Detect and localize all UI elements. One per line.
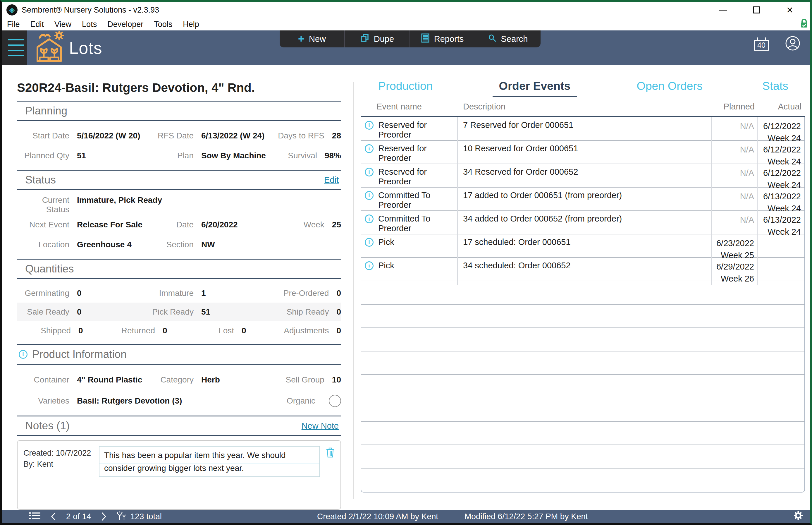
new-button[interactable]: + New <box>280 30 345 47</box>
organic-checkbox[interactable] <box>329 395 341 407</box>
field-category: Category Herb <box>147 375 279 385</box>
table-row-empty[interactable] <box>361 305 805 328</box>
week-calendar-icon[interactable]: 40 <box>754 38 769 51</box>
tab-order-events[interactable]: Order Events <box>493 79 577 97</box>
note-meta: Created: 10/7/2022 By: Kent <box>24 446 93 470</box>
event-description: 17 scheduled: Order 000651 <box>458 235 712 261</box>
tab-production[interactable]: Production <box>378 79 433 92</box>
total-count: 123 total <box>131 512 162 521</box>
table-row[interactable]: iReserved for Preorder10 Reserved for Or… <box>361 141 805 164</box>
menu-item-tools[interactable]: Tools <box>154 20 172 29</box>
menu-item-file[interactable]: File <box>7 20 20 29</box>
planned-cell: 6/29/2022Week 26 <box>712 258 757 285</box>
new-note-link[interactable]: New Note <box>302 421 341 431</box>
info-icon[interactable]: i <box>365 144 373 153</box>
menu-item-help[interactable]: Help <box>183 20 199 29</box>
field-sell-group: Sell Group 10 <box>279 375 341 385</box>
table-row-empty[interactable] <box>361 375 805 398</box>
settings-gear-icon[interactable] <box>793 511 803 523</box>
edit-status-link[interactable]: Edit <box>324 175 341 185</box>
table-row-empty[interactable] <box>361 468 805 492</box>
info-icon[interactable]: i <box>365 121 373 130</box>
menu-item-view[interactable]: View <box>55 20 71 29</box>
info-icon[interactable]: i <box>365 238 373 247</box>
info-icon[interactable]: i <box>365 261 373 270</box>
field-location: Location Greenhouse 4 <box>17 240 147 249</box>
event-name: Pick <box>378 237 394 247</box>
previous-record-icon[interactable] <box>51 512 56 521</box>
secure-lock-icon <box>800 19 808 30</box>
search-icon <box>488 34 496 44</box>
event-description: 34 Reserved for Order 000652 <box>458 164 712 191</box>
lot-title: S20R24-Basil: Rutgers Devotion, 4" Rnd. <box>17 81 341 95</box>
table-row-empty[interactable] <box>361 328 805 351</box>
info-icon[interactable]: i <box>19 350 28 359</box>
divider <box>17 435 341 436</box>
menu-item-developer[interactable]: Developer <box>107 20 143 29</box>
table-row-empty[interactable] <box>361 281 805 305</box>
search-button[interactable]: Search <box>475 30 540 47</box>
minimize-button[interactable] <box>717 4 729 16</box>
maximize-button[interactable] <box>751 4 762 16</box>
table-row[interactable]: iCommitted To Preorder34 added to Order … <box>361 211 805 235</box>
lot-detail-panel: S20R24-Basil: Rutgers Devotion, 4" Rnd. … <box>17 65 341 510</box>
field-pre-ordered: Pre-Ordered 0 <box>233 288 341 298</box>
planned-cell: N/A <box>712 211 757 238</box>
tab-stats[interactable]: Stats <box>762 79 788 92</box>
record-list-icon[interactable] <box>29 511 41 522</box>
table-row-empty[interactable] <box>361 398 805 422</box>
table-row[interactable]: iPick17 scheduled: Order 0006516/23/2022… <box>361 235 805 258</box>
app-logo-icon: ◈ <box>6 4 18 15</box>
planned-cell: 6/23/2022Week 25 <box>712 235 757 261</box>
user-account-icon[interactable] <box>785 36 800 52</box>
status-section-header: Status Edit <box>17 170 341 189</box>
actual-cell: 6/13/2022Week 24 <box>757 211 805 238</box>
info-icon[interactable]: i <box>365 214 373 223</box>
greenhouse-icon <box>34 31 64 65</box>
table-row[interactable]: iPick34 scheduled: Order 0006526/29/2022… <box>361 258 805 281</box>
next-record-icon[interactable] <box>101 512 106 521</box>
event-description: 34 scheduled: Order 000652 <box>458 258 712 285</box>
info-icon[interactable]: i <box>365 191 373 200</box>
plus-icon: + <box>298 34 304 44</box>
event-description: 7 Reserved for Order 000651 <box>458 117 712 144</box>
close-button[interactable]: × <box>784 4 796 16</box>
tab-open-orders[interactable]: Open Orders <box>637 79 703 92</box>
events-table-body: iReserved for Preorder7 Reserved for Ord… <box>361 117 805 493</box>
dupe-button[interactable]: Dupe <box>345 30 410 47</box>
table-row[interactable]: iCommitted To Preorder17 added to Order … <box>361 188 805 211</box>
reports-button[interactable]: Reports <box>410 30 475 47</box>
actual-cell: 6/12/2022Week 24 <box>757 117 805 144</box>
main-toolbar: + New Dupe Reports <box>280 30 540 47</box>
detail-tabs: Production Order Events Open Orders Stat… <box>361 79 788 102</box>
event-name: Committed To Preorder <box>378 214 457 233</box>
field-next-event-week: Week 25 <box>279 220 341 229</box>
table-row-empty[interactable] <box>361 422 805 445</box>
field-current-status: Current Status Immature, Pick Ready <box>17 195 341 214</box>
created-stamp: Created 2/1/22 10:09 AM by Kent <box>317 512 438 521</box>
info-icon[interactable]: i <box>365 168 373 177</box>
event-name: Committed To Preorder <box>378 191 457 210</box>
record-pager: 2 of 14 <box>66 512 91 521</box>
app-header: Lots + New Dupe Reports <box>2 30 810 65</box>
menu-item-edit[interactable]: Edit <box>30 20 44 29</box>
notes-panel: Created: 10/7/2022 By: Kent This has bee… <box>17 440 341 510</box>
window-title: Sembrent® Nursery Solutions - v2.3.93 <box>22 5 159 15</box>
actual-cell: 6/12/2022Week 24 <box>757 164 805 191</box>
field-days-to-rfs: Days to RFS 28 <box>279 131 341 140</box>
table-row-empty[interactable] <box>361 351 805 375</box>
menu-item-lots[interactable]: Lots <box>82 20 97 29</box>
field-immature: Immature 1 <box>118 288 233 298</box>
table-row-empty[interactable] <box>361 445 805 468</box>
event-description: 34 added to Order 000652 (from preorder) <box>458 211 712 238</box>
field-section: Section NW <box>147 240 279 249</box>
field-organic: Organic <box>279 395 341 407</box>
field-planned-qty: Planned Qty 51 <box>17 151 147 160</box>
table-row[interactable]: iReserved for Preorder34 Reserved for Or… <box>361 164 805 188</box>
field-returned: Returned 0 <box>104 326 177 335</box>
hamburger-menu-button[interactable] <box>2 30 27 65</box>
delete-note-icon[interactable] <box>326 447 335 459</box>
note-created: Created: 10/7/2022 <box>24 448 93 459</box>
note-text-input[interactable]: This has been a popular item this year. … <box>99 446 320 477</box>
table-row[interactable]: iReserved for Preorder7 Reserved for Ord… <box>361 117 805 141</box>
